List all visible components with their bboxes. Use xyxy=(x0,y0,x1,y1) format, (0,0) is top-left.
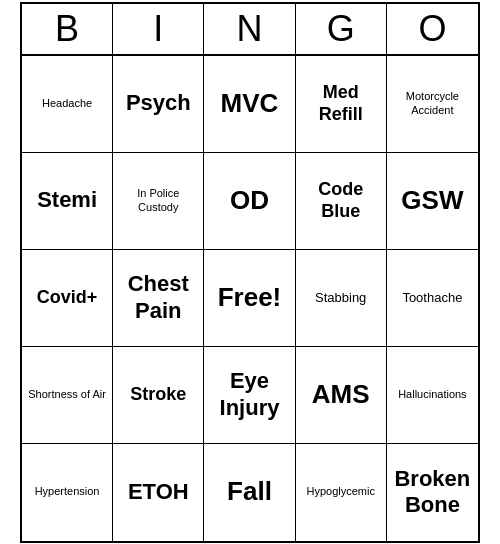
cell-text: OD xyxy=(230,185,269,216)
cell-text: Hallucinations xyxy=(398,388,466,401)
cell-text: Hypertension xyxy=(35,485,100,498)
bingo-cell[interactable]: Broken Bone xyxy=(387,444,478,541)
bingo-cell[interactable]: Hallucinations xyxy=(387,347,478,444)
bingo-letter: O xyxy=(387,4,478,54)
bingo-cell[interactable]: Fall xyxy=(204,444,295,541)
cell-text: Stroke xyxy=(130,384,186,406)
bingo-cell[interactable]: Med Refill xyxy=(296,56,387,153)
cell-text: Hypoglycemic xyxy=(306,485,374,498)
bingo-cell[interactable]: Hypoglycemic xyxy=(296,444,387,541)
cell-text: Covid+ xyxy=(37,287,98,309)
cell-text: Headache xyxy=(42,97,92,110)
bingo-grid: HeadachePsychMVCMed RefillMotorcycle Acc… xyxy=(22,56,478,541)
bingo-cell[interactable]: Covid+ xyxy=(22,250,113,347)
cell-text: Motorcycle Accident xyxy=(391,90,474,116)
cell-text: In Police Custody xyxy=(117,187,199,213)
bingo-cell[interactable]: ETOH xyxy=(113,444,204,541)
bingo-header: BINGO xyxy=(22,4,478,56)
cell-text: Psych xyxy=(126,90,191,116)
bingo-letter: N xyxy=(204,4,295,54)
bingo-cell[interactable]: Eye Injury xyxy=(204,347,295,444)
bingo-cell[interactable]: MVC xyxy=(204,56,295,153)
cell-text: Chest Pain xyxy=(117,271,199,324)
bingo-cell[interactable]: In Police Custody xyxy=(113,153,204,250)
bingo-cell[interactable]: Hypertension xyxy=(22,444,113,541)
bingo-cell[interactable]: Chest Pain xyxy=(113,250,204,347)
bingo-cell[interactable]: GSW xyxy=(387,153,478,250)
bingo-cell[interactable]: AMS xyxy=(296,347,387,444)
bingo-card: BINGO HeadachePsychMVCMed RefillMotorcyc… xyxy=(20,2,480,543)
cell-text: Eye Injury xyxy=(208,368,290,421)
bingo-cell[interactable]: Toothache xyxy=(387,250,478,347)
cell-text: GSW xyxy=(401,185,463,216)
cell-text: Stabbing xyxy=(315,290,366,306)
bingo-letter: B xyxy=(22,4,113,54)
bingo-cell[interactable]: OD xyxy=(204,153,295,250)
bingo-cell[interactable]: Psych xyxy=(113,56,204,153)
bingo-letter: G xyxy=(296,4,387,54)
cell-text: Code Blue xyxy=(300,179,382,222)
bingo-cell[interactable]: Shortness of Air xyxy=(22,347,113,444)
bingo-cell[interactable]: Stemi xyxy=(22,153,113,250)
cell-text: Toothache xyxy=(402,290,462,306)
cell-text: Broken Bone xyxy=(391,466,474,519)
bingo-cell[interactable]: Stroke xyxy=(113,347,204,444)
cell-text: MVC xyxy=(221,88,279,119)
bingo-letter: I xyxy=(113,4,204,54)
cell-text: AMS xyxy=(312,379,370,410)
cell-text: Free! xyxy=(218,282,282,313)
bingo-cell[interactable]: Headache xyxy=(22,56,113,153)
bingo-cell[interactable]: Free! xyxy=(204,250,295,347)
cell-text: Stemi xyxy=(37,187,97,213)
cell-text: Med Refill xyxy=(300,82,382,125)
bingo-cell[interactable]: Motorcycle Accident xyxy=(387,56,478,153)
cell-text: Shortness of Air xyxy=(28,388,106,401)
bingo-cell[interactable]: Stabbing xyxy=(296,250,387,347)
cell-text: Fall xyxy=(227,476,272,507)
cell-text: ETOH xyxy=(128,479,189,505)
bingo-cell[interactable]: Code Blue xyxy=(296,153,387,250)
